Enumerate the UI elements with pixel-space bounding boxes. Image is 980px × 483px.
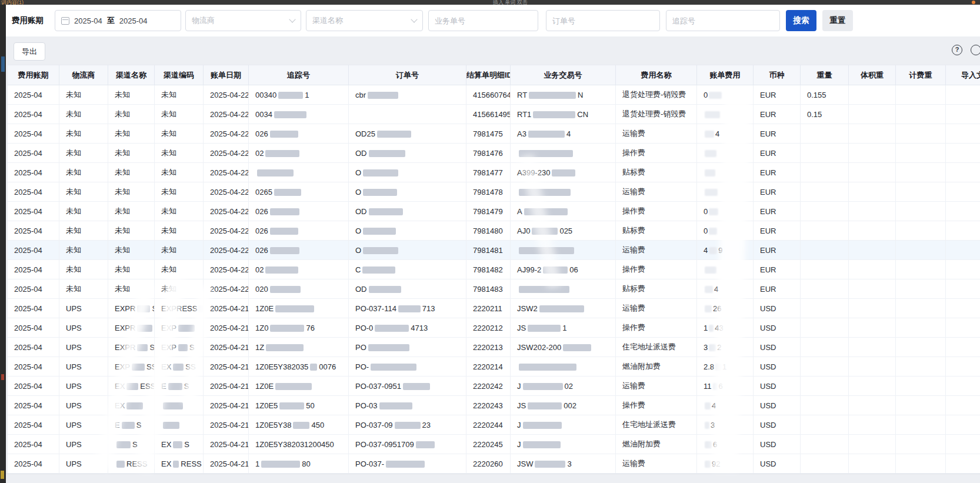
cell-text: UPS xyxy=(66,459,82,468)
order-no-input[interactable] xyxy=(546,10,660,31)
redacted-value xyxy=(519,150,573,157)
redacted-value xyxy=(178,325,195,332)
table-cell: EUR xyxy=(754,260,801,279)
table-cell: 020 xyxy=(249,279,349,299)
table-cell xyxy=(849,318,896,338)
table-cell: 未知 xyxy=(108,124,155,144)
redacted-value xyxy=(363,169,398,176)
cell-text: 住宅地址派送费 xyxy=(622,420,676,429)
table-cell: OD25 xyxy=(349,124,466,144)
table-row[interactable]: 2025-04未知未知未知2025-04-22O7981477A399-230贴… xyxy=(8,163,980,182)
cell-text: J xyxy=(517,440,521,449)
table-cell: EUR xyxy=(754,221,801,241)
cell-text: EUR xyxy=(760,207,776,216)
cell-text: 未知 xyxy=(66,109,81,118)
table-cell: JSW2 xyxy=(511,299,616,318)
cell-text: 4156614958 xyxy=(473,110,511,119)
table-cell: 7981481 xyxy=(466,241,511,260)
table-cell: 2220212 xyxy=(466,318,511,338)
channel-name-select[interactable]: 渠道名称 xyxy=(306,10,423,31)
cell-text: 2025-04-22 xyxy=(210,265,249,274)
cell-text: S xyxy=(132,440,138,449)
table-row[interactable]: 2025-04未知未知未知2025-04-22020OD7981483贴标费4E… xyxy=(8,279,980,299)
table-cell: JSW3 xyxy=(511,454,616,474)
cell-text: 2220242 xyxy=(473,382,503,391)
table-row[interactable]: 2025-04UPSEXPRSEXPRESS2025-04-211Z0EPO-0… xyxy=(8,299,980,318)
search-button[interactable]: 搜索 xyxy=(786,10,816,31)
table-row[interactable]: 2025-04UPSEXPSSEXSS2025-04-211Z0E5Y38203… xyxy=(8,357,980,377)
help-icon[interactable]: ? xyxy=(952,45,962,55)
table-cell: 3 xyxy=(697,415,754,435)
table-cell: 1Z0E5Y38450 xyxy=(249,415,349,435)
cell-text: 未知 xyxy=(115,148,130,157)
cell-text: 11 xyxy=(704,382,712,391)
refresh-icon[interactable] xyxy=(971,45,980,55)
table-cell: 7981479 xyxy=(466,202,511,221)
table-row[interactable]: 2025-04UPSEXPRSEXPS2025-04-211ZPO2220213… xyxy=(8,338,980,357)
period-start-value[interactable]: 2025-04 xyxy=(74,16,102,25)
reset-button[interactable]: 重置 xyxy=(822,10,853,31)
cell-text: 0 xyxy=(704,91,708,99)
cell-text: 1Z0E5Y382035 xyxy=(255,362,308,371)
cell-text: 2025-04 xyxy=(14,343,42,352)
cell-text: 2025-04-22 xyxy=(210,168,249,177)
redacted-value xyxy=(709,325,714,332)
table-cell: USD xyxy=(754,415,801,435)
table-row[interactable]: 2025-04UPSEXPREXP2025-04-211Z076PO-04713… xyxy=(8,318,980,338)
table-row[interactable]: 2025-04未知未知未知2025-04-22026OD7981479A操作费0… xyxy=(8,202,980,221)
table-cell xyxy=(896,202,946,221)
table-cell xyxy=(946,377,980,396)
cell-text: JS xyxy=(517,324,526,332)
table-cell: UPS xyxy=(59,299,108,318)
cell-text: 2025-04 xyxy=(14,110,42,119)
cell-text: USD xyxy=(760,382,776,391)
table-cell: cbr xyxy=(349,85,466,105)
cell-text: EX xyxy=(115,382,125,391)
tracking-no-input[interactable] xyxy=(666,10,780,31)
table-row[interactable]: 2025-04未知未知未知2025-04-220265O7981478运输费EU… xyxy=(8,182,980,202)
cell-text: cbr xyxy=(355,91,366,99)
table-row[interactable]: 2025-04未知未知未知2025-04-22003401cbr41566076… xyxy=(8,85,980,105)
background-window-left-strip xyxy=(0,5,6,483)
table-cell: 0034 xyxy=(249,105,349,124)
table-cell xyxy=(849,182,896,202)
table-row[interactable]: 2025-04UPSEX2025-04-211Z0E550PO-03222024… xyxy=(8,396,980,415)
business-no-input[interactable] xyxy=(428,10,538,31)
table-row[interactable]: 2025-04未知未知未知2025-04-2202C7981482AJ99-20… xyxy=(8,260,980,279)
redacted-value xyxy=(523,422,562,429)
table-row[interactable]: 2025-04未知未知未知2025-04-22026OD257981475A34… xyxy=(8,124,980,144)
redacted-value xyxy=(363,247,398,254)
table-row[interactable]: 2025-04未知未知未知2025-04-2200344156614958RT1… xyxy=(8,105,980,124)
table-cell: USD xyxy=(754,396,801,415)
period-end-value[interactable]: 2025-04 xyxy=(119,16,148,25)
cell-text: PO-037-114 xyxy=(355,304,396,313)
table-row[interactable]: 2025-04未知未知未知2025-04-22026O7981480AJ0025… xyxy=(8,221,980,241)
table-row[interactable]: 2025-04UPSES2025-04-211Z0E5Y38450PO-037-… xyxy=(8,415,980,435)
redacted-value xyxy=(270,208,299,215)
cell-text: EUR xyxy=(760,188,776,196)
cell-text: 02 xyxy=(255,149,264,158)
export-button[interactable]: 导出 xyxy=(14,42,45,61)
table-cell xyxy=(896,396,946,415)
table-row[interactable]: 2025-04UPSSEXS2025-04-211Z0E5Y3820312004… xyxy=(8,435,980,454)
billing-period-range-picker[interactable]: 2025-04 至 2025-04 xyxy=(55,10,181,31)
cell-text: OD25 xyxy=(355,129,375,138)
table-cell xyxy=(511,357,616,377)
cell-text: PO-037-0951 xyxy=(355,382,401,391)
logistics-provider-select[interactable]: 物流商 xyxy=(185,10,301,31)
cell-text: 贴标费 xyxy=(622,226,645,235)
table-cell: 026 xyxy=(249,202,349,221)
cell-text: SS xyxy=(185,362,195,371)
cell-text: 1 xyxy=(704,324,708,332)
table-row[interactable]: 2025-04UPSRESSEXRESS2025-04-21180PO-037-… xyxy=(8,454,980,474)
table-cell: 2220245 xyxy=(466,435,511,454)
cell-text: EXPR xyxy=(115,304,135,313)
cell-text: 7981483 xyxy=(473,285,503,294)
cell-text: JSW202-200 xyxy=(517,343,561,352)
table-cell xyxy=(896,357,946,377)
table-row[interactable]: 2025-04未知未知未知2025-04-2202OD7981476操作费EUR xyxy=(8,144,980,163)
redacted-value xyxy=(416,441,435,448)
table-row[interactable]: 2025-04UPSEXESSES2025-04-211Z0EPO-037-09… xyxy=(8,377,980,396)
cell-text: 未知 xyxy=(161,168,176,176)
table-row[interactable]: 2025-04未知未知未知2025-04-22026O7981481运输费49E… xyxy=(8,241,980,260)
